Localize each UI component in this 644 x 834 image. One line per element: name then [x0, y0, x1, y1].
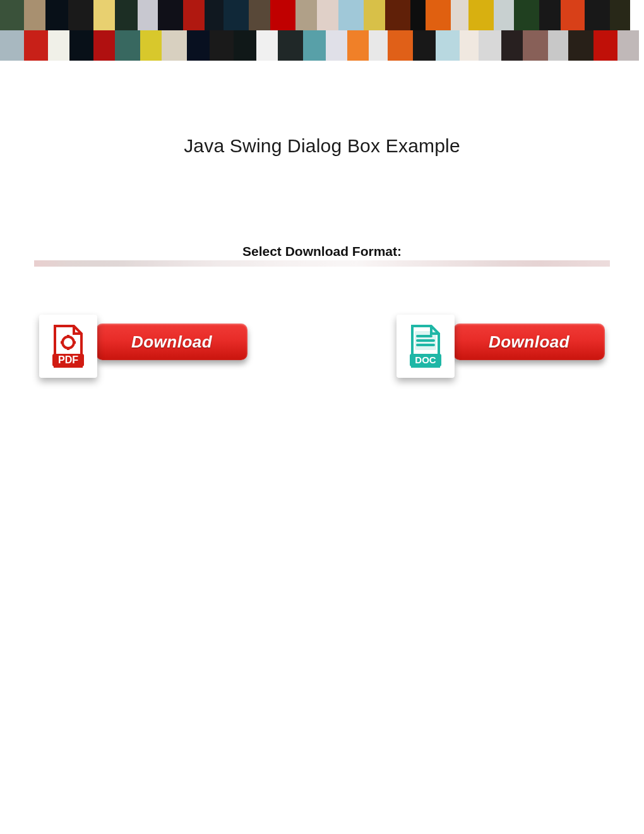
collage-tile: [369, 30, 388, 61]
pdf-badge-text: PDF: [58, 354, 78, 365]
collage-tile: [69, 30, 93, 61]
collage-tile: [205, 0, 224, 30]
collage-tile: [413, 30, 436, 61]
collage-tile: [256, 30, 278, 61]
collage-tile: [24, 0, 45, 30]
download-pdf-label: Download: [131, 332, 212, 352]
collage-tile: [249, 0, 270, 30]
collage-tile: [93, 30, 115, 61]
collage-tile: [460, 30, 479, 61]
collage-tile: [610, 0, 630, 30]
doc-file-icon: DOC: [407, 323, 444, 369]
collage-tile: [93, 0, 115, 30]
select-format-heading: Select Download Format:: [0, 244, 644, 259]
header-collage: [0, 0, 644, 61]
collage-tile: [338, 0, 364, 30]
pdf-icon-card: PDF: [39, 315, 97, 378]
faded-text-line: [34, 260, 610, 267]
collage-tile: [48, 30, 69, 61]
collage-tile: [183, 0, 205, 30]
doc-icon-card: DOC: [397, 315, 455, 378]
collage-tile: [451, 0, 468, 30]
collage-tile: [303, 30, 326, 61]
collage-tile: [514, 0, 539, 30]
collage-tile: [224, 0, 249, 30]
collage-tile: [585, 0, 610, 30]
download-buttons-row: Download PDF Download: [39, 315, 605, 378]
collage-tile: [317, 0, 338, 30]
collage-tile: [158, 0, 183, 30]
download-doc-label: Download: [489, 332, 569, 352]
collage-tile: [140, 30, 162, 61]
svg-point-0: [63, 337, 74, 348]
collage-tile: [0, 0, 24, 30]
collage-tile: [568, 30, 593, 61]
collage-tile: [539, 0, 561, 30]
download-doc-pill: Download: [453, 323, 605, 360]
collage-tile: [410, 0, 426, 30]
collage-tile: [385, 0, 410, 30]
collage-tile: [162, 30, 187, 61]
collage-tile: [138, 0, 158, 30]
collage-tile: [426, 0, 451, 30]
collage-tile: [548, 30, 568, 61]
download-pdf-button[interactable]: Download PDF: [39, 315, 247, 378]
download-doc-button[interactable]: Download DOC: [397, 315, 605, 378]
collage-tile: [364, 0, 385, 30]
collage-tile: [278, 30, 303, 61]
download-pdf-pill: Download: [96, 323, 247, 360]
collage-tile: [326, 30, 347, 61]
collage-tile: [0, 30, 24, 61]
collage-tile: [479, 30, 501, 61]
collage-tile: [561, 0, 585, 30]
collage-tile: [187, 30, 210, 61]
collage-tile: [234, 30, 256, 61]
collage-tile: [295, 0, 317, 30]
collage-tile: [115, 0, 138, 30]
collage-tile: [45, 0, 68, 30]
page-title: Java Swing Dialog Box Example: [0, 135, 644, 157]
collage-tile: [501, 30, 523, 61]
collage-tile: [270, 0, 295, 30]
collage-tile: [494, 0, 514, 30]
collage-tile: [593, 30, 617, 61]
pdf-file-icon: PDF: [50, 323, 86, 369]
collage-tile: [617, 30, 639, 61]
collage-tile: [210, 30, 234, 61]
collage-tile: [436, 30, 460, 61]
collage-tile: [68, 0, 93, 30]
doc-badge-text: DOC: [415, 354, 436, 365]
collage-tile: [388, 30, 413, 61]
collage-tile: [347, 30, 369, 61]
collage-tile: [523, 30, 548, 61]
collage-tile: [24, 30, 48, 61]
collage-tile: [468, 0, 494, 30]
collage-tile: [115, 30, 140, 61]
